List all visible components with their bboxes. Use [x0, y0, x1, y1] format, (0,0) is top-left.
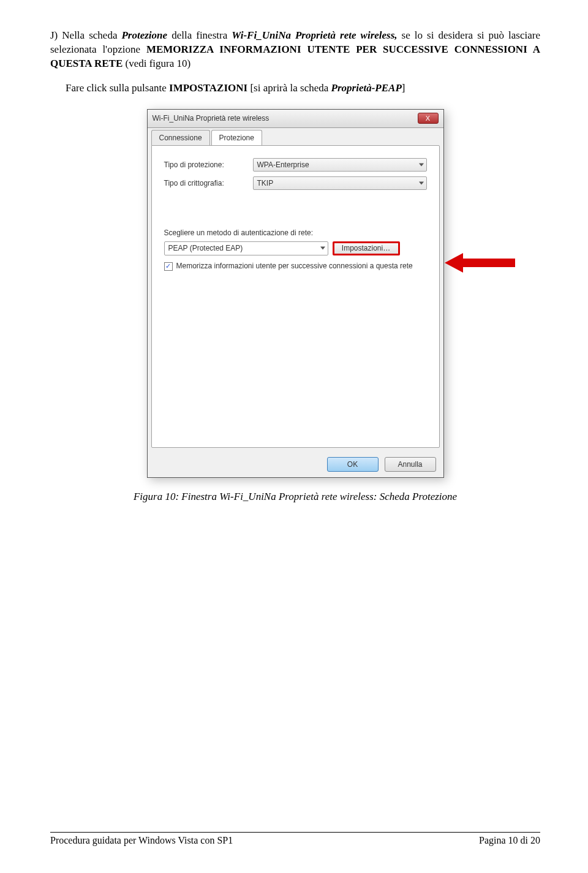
settings-button[interactable]: Impostazioni… [333, 241, 400, 255]
text: [si aprirà la scheda [247, 82, 331, 94]
figure-caption: Figura 10: Finestra Wi-Fi_UniNa Propriet… [50, 490, 540, 504]
footer-right: Pagina 10 di 20 [479, 834, 540, 847]
chevron-down-icon [419, 181, 424, 184]
security-type-select[interactable]: WPA-Enterprise [253, 158, 427, 172]
titlebar-text: Wi-Fi_UniNa Proprietà rete wireless [153, 113, 418, 123]
text: J) Nella scheda [50, 29, 121, 41]
tabbar: Connessione Protezione [148, 128, 443, 145]
close-button[interactable]: X [418, 113, 439, 124]
security-type-value: WPA-Enterprise [257, 160, 309, 170]
chevron-down-icon [320, 247, 325, 250]
text-protezione: Protezione [121, 29, 167, 41]
titlebar[interactable]: Wi-Fi_UniNa Proprietà rete wireless X [148, 110, 443, 128]
tab-protezione[interactable]: Protezione [211, 130, 262, 145]
svg-marker-0 [445, 253, 515, 273]
cancel-button[interactable]: Annulla [385, 457, 436, 472]
auth-block: Scegliere un metodo di autenticazione di… [164, 228, 427, 271]
auth-method-value: PEAP (Protected EAP) [168, 243, 243, 253]
text: ] [402, 82, 405, 94]
wifi-properties-dialog: Wi-Fi_UniNa Proprietà rete wireless X Co… [147, 109, 444, 478]
remember-credentials-checkbox[interactable]: ✓ [164, 262, 173, 271]
instruction-click: Fare click sulla pulsante IMPOSTAZIONI [… [66, 81, 540, 96]
text: (vedi figura 10) [123, 58, 190, 69]
text-window-name: Wi-Fi_UniNa Proprietà rete wireless, [232, 29, 397, 41]
auth-method-label: Scegliere un metodo di autenticazione di… [164, 228, 427, 238]
dialog-buttons: OK Annulla [148, 452, 443, 477]
security-type-label: Tipo di protezione: [164, 160, 253, 170]
instruction-paragraph-j: J) Nella scheda Protezione della finestr… [50, 29, 540, 71]
auth-method-select[interactable]: PEAP (Protected EAP) [164, 241, 328, 255]
dialog-body: Tipo di protezione: WPA-Enterprise Tipo … [151, 145, 440, 448]
red-arrow-icon [445, 251, 515, 274]
close-icon: X [426, 115, 430, 122]
check-icon: ✓ [165, 263, 171, 270]
chevron-down-icon [419, 163, 424, 166]
ok-button[interactable]: OK [327, 457, 379, 472]
encryption-type-label: Tipo di crittografia: [164, 178, 253, 188]
text-peap: Proprietà-PEAP [331, 82, 402, 94]
text-impostazioni: IMPOSTAZIONI [169, 82, 247, 94]
remember-credentials-label: Memorizza informazioni utente per succes… [176, 262, 413, 270]
footer-left: Procedura guidata per Windows Vista con … [50, 834, 233, 847]
encryption-type-value: TKIP [257, 178, 274, 188]
text: Fare click sulla pulsante [66, 82, 169, 94]
page-footer: Procedura guidata per Windows Vista con … [50, 832, 540, 847]
encryption-type-select[interactable]: TKIP [253, 176, 427, 190]
figure-10: Wi-Fi_UniNa Proprietà rete wireless X Co… [147, 109, 444, 478]
text: della finestra [167, 29, 232, 41]
tab-connessione[interactable]: Connessione [151, 130, 210, 145]
